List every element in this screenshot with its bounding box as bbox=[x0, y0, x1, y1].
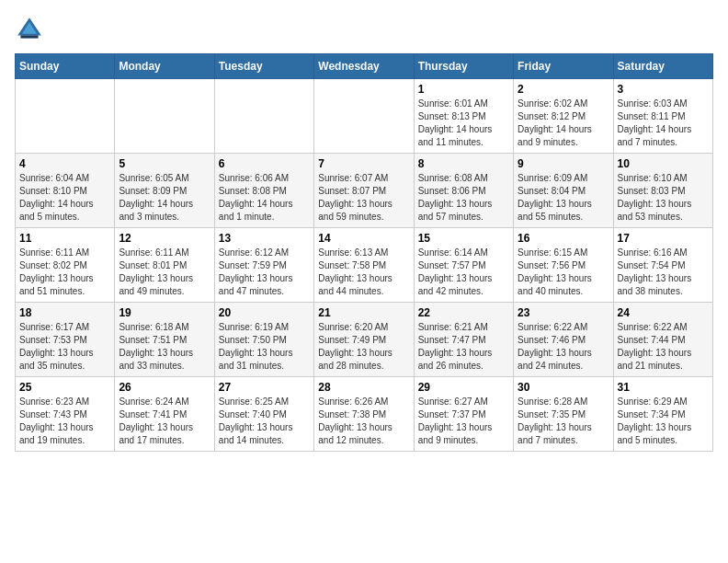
day-info: Sunrise: 6:23 AMSunset: 7:43 PMDaylight:… bbox=[19, 396, 110, 447]
day-info: Sunrise: 6:24 AMSunset: 7:41 PMDaylight:… bbox=[119, 396, 210, 447]
calendar-cell: 28Sunrise: 6:26 AMSunset: 7:38 PMDayligh… bbox=[314, 377, 414, 452]
week-row-5: 25Sunrise: 6:23 AMSunset: 7:43 PMDayligh… bbox=[16, 377, 713, 452]
day-info: Sunrise: 6:22 AMSunset: 7:46 PMDaylight:… bbox=[518, 321, 609, 373]
day-number: 23 bbox=[518, 306, 609, 319]
header-row: SundayMondayTuesdayWednesdayThursdayFrid… bbox=[16, 54, 713, 79]
day-number: 15 bbox=[418, 232, 509, 245]
day-info: Sunrise: 6:02 AMSunset: 8:12 PMDaylight:… bbox=[518, 98, 609, 149]
calendar-cell: 11Sunrise: 6:11 AMSunset: 8:02 PMDayligh… bbox=[16, 228, 115, 303]
calendar-cell: 25Sunrise: 6:23 AMSunset: 7:43 PMDayligh… bbox=[16, 377, 115, 452]
day-number: 21 bbox=[318, 306, 409, 319]
calendar-cell: 15Sunrise: 6:14 AMSunset: 7:57 PMDayligh… bbox=[414, 228, 513, 303]
day-info: Sunrise: 6:10 AMSunset: 8:03 PMDaylight:… bbox=[618, 172, 709, 224]
day-info: Sunrise: 6:16 AMSunset: 7:54 PMDaylight:… bbox=[618, 247, 709, 298]
day-number: 24 bbox=[618, 306, 709, 319]
day-info: Sunrise: 6:13 AMSunset: 7:58 PMDaylight:… bbox=[318, 247, 409, 298]
day-number: 13 bbox=[219, 232, 310, 245]
day-info: Sunrise: 6:18 AMSunset: 7:51 PMDaylight:… bbox=[119, 321, 210, 373]
day-info: Sunrise: 6:19 AMSunset: 7:50 PMDaylight:… bbox=[219, 321, 310, 373]
day-info: Sunrise: 6:17 AMSunset: 7:53 PMDaylight:… bbox=[19, 321, 110, 373]
calendar-cell: 9Sunrise: 6:09 AMSunset: 8:04 PMDaylight… bbox=[514, 154, 613, 228]
logo-icon bbox=[15, 15, 44, 44]
day-number: 16 bbox=[518, 232, 609, 245]
calendar-cell: 13Sunrise: 6:12 AMSunset: 7:59 PMDayligh… bbox=[214, 228, 313, 303]
day-info: Sunrise: 6:28 AMSunset: 7:35 PMDaylight:… bbox=[518, 396, 609, 447]
day-info: Sunrise: 6:05 AMSunset: 8:09 PMDaylight:… bbox=[119, 172, 210, 224]
calendar-cell: 3Sunrise: 6:03 AMSunset: 8:11 PMDaylight… bbox=[613, 79, 712, 154]
day-info: Sunrise: 6:26 AMSunset: 7:38 PMDaylight:… bbox=[318, 396, 409, 447]
day-number: 30 bbox=[518, 381, 609, 394]
day-number: 18 bbox=[19, 306, 110, 319]
calendar-cell: 30Sunrise: 6:28 AMSunset: 7:35 PMDayligh… bbox=[514, 377, 613, 452]
day-number: 5 bbox=[119, 157, 210, 170]
day-number: 6 bbox=[219, 157, 310, 170]
day-number: 14 bbox=[318, 232, 409, 245]
logo bbox=[15, 15, 48, 44]
day-info: Sunrise: 6:12 AMSunset: 7:59 PMDaylight:… bbox=[219, 247, 310, 298]
day-info: Sunrise: 6:03 AMSunset: 8:11 PMDaylight:… bbox=[618, 98, 709, 149]
day-number: 7 bbox=[318, 157, 409, 170]
calendar-header: SundayMondayTuesdayWednesdayThursdayFrid… bbox=[16, 54, 713, 79]
day-info: Sunrise: 6:09 AMSunset: 8:04 PMDaylight:… bbox=[518, 172, 609, 224]
day-number: 1 bbox=[418, 83, 509, 96]
day-number: 2 bbox=[518, 83, 609, 96]
day-number: 12 bbox=[119, 232, 210, 245]
day-info: Sunrise: 6:06 AMSunset: 8:08 PMDaylight:… bbox=[219, 172, 310, 224]
day-info: Sunrise: 6:11 AMSunset: 8:02 PMDaylight:… bbox=[19, 247, 110, 298]
calendar-cell: 14Sunrise: 6:13 AMSunset: 7:58 PMDayligh… bbox=[314, 228, 414, 303]
calendar-cell: 18Sunrise: 6:17 AMSunset: 7:53 PMDayligh… bbox=[16, 303, 115, 377]
calendar-cell: 16Sunrise: 6:15 AMSunset: 7:56 PMDayligh… bbox=[514, 228, 613, 303]
day-info: Sunrise: 6:22 AMSunset: 7:44 PMDaylight:… bbox=[618, 321, 709, 373]
day-number: 3 bbox=[618, 83, 709, 96]
calendar-cell bbox=[16, 79, 115, 154]
calendar-cell: 6Sunrise: 6:06 AMSunset: 8:08 PMDaylight… bbox=[214, 154, 313, 228]
day-number: 8 bbox=[418, 157, 509, 170]
day-info: Sunrise: 6:27 AMSunset: 7:37 PMDaylight:… bbox=[418, 396, 509, 447]
week-row-1: 1Sunrise: 6:01 AMSunset: 8:13 PMDaylight… bbox=[16, 79, 713, 154]
calendar-table: SundayMondayTuesdayWednesdayThursdayFrid… bbox=[15, 53, 713, 452]
calendar-cell bbox=[314, 79, 414, 154]
day-info: Sunrise: 6:08 AMSunset: 8:06 PMDaylight:… bbox=[418, 172, 509, 224]
calendar-cell: 23Sunrise: 6:22 AMSunset: 7:46 PMDayligh… bbox=[514, 303, 613, 377]
calendar-cell: 20Sunrise: 6:19 AMSunset: 7:50 PMDayligh… bbox=[214, 303, 313, 377]
calendar-cell bbox=[214, 79, 313, 154]
header-wednesday: Wednesday bbox=[314, 54, 414, 79]
calendar-cell: 31Sunrise: 6:29 AMSunset: 7:34 PMDayligh… bbox=[613, 377, 712, 452]
calendar-cell: 26Sunrise: 6:24 AMSunset: 7:41 PMDayligh… bbox=[115, 377, 214, 452]
day-number: 26 bbox=[119, 381, 210, 394]
day-info: Sunrise: 6:04 AMSunset: 8:10 PMDaylight:… bbox=[19, 172, 110, 224]
day-number: 19 bbox=[119, 306, 210, 319]
calendar-cell: 24Sunrise: 6:22 AMSunset: 7:44 PMDayligh… bbox=[613, 303, 712, 377]
calendar-cell: 1Sunrise: 6:01 AMSunset: 8:13 PMDaylight… bbox=[414, 79, 513, 154]
day-number: 9 bbox=[518, 157, 609, 170]
header-friday: Friday bbox=[514, 54, 613, 79]
calendar-cell: 2Sunrise: 6:02 AMSunset: 8:12 PMDaylight… bbox=[514, 79, 613, 154]
calendar-cell: 21Sunrise: 6:20 AMSunset: 7:49 PMDayligh… bbox=[314, 303, 414, 377]
day-number: 27 bbox=[219, 381, 310, 394]
day-number: 28 bbox=[318, 381, 409, 394]
svg-rect-2 bbox=[20, 35, 38, 38]
header-sunday: Sunday bbox=[16, 54, 115, 79]
day-number: 20 bbox=[219, 306, 310, 319]
week-row-2: 4Sunrise: 6:04 AMSunset: 8:10 PMDaylight… bbox=[16, 154, 713, 228]
day-number: 17 bbox=[618, 232, 709, 245]
header-monday: Monday bbox=[115, 54, 214, 79]
calendar-cell: 8Sunrise: 6:08 AMSunset: 8:06 PMDaylight… bbox=[414, 154, 513, 228]
calendar-body: 1Sunrise: 6:01 AMSunset: 8:13 PMDaylight… bbox=[16, 79, 713, 452]
day-info: Sunrise: 6:21 AMSunset: 7:47 PMDaylight:… bbox=[418, 321, 509, 373]
calendar-cell: 19Sunrise: 6:18 AMSunset: 7:51 PMDayligh… bbox=[115, 303, 214, 377]
day-number: 25 bbox=[19, 381, 110, 394]
calendar-cell: 10Sunrise: 6:10 AMSunset: 8:03 PMDayligh… bbox=[613, 154, 712, 228]
week-row-4: 18Sunrise: 6:17 AMSunset: 7:53 PMDayligh… bbox=[16, 303, 713, 377]
day-number: 31 bbox=[618, 381, 709, 394]
header-tuesday: Tuesday bbox=[214, 54, 313, 79]
week-row-3: 11Sunrise: 6:11 AMSunset: 8:02 PMDayligh… bbox=[16, 228, 713, 303]
day-info: Sunrise: 6:25 AMSunset: 7:40 PMDaylight:… bbox=[219, 396, 310, 447]
day-info: Sunrise: 6:15 AMSunset: 7:56 PMDaylight:… bbox=[518, 247, 609, 298]
day-number: 10 bbox=[618, 157, 709, 170]
day-info: Sunrise: 6:01 AMSunset: 8:13 PMDaylight:… bbox=[418, 98, 509, 149]
calendar-cell: 4Sunrise: 6:04 AMSunset: 8:10 PMDaylight… bbox=[16, 154, 115, 228]
calendar-cell: 22Sunrise: 6:21 AMSunset: 7:47 PMDayligh… bbox=[414, 303, 513, 377]
day-number: 22 bbox=[418, 306, 509, 319]
calendar-cell bbox=[115, 79, 214, 154]
